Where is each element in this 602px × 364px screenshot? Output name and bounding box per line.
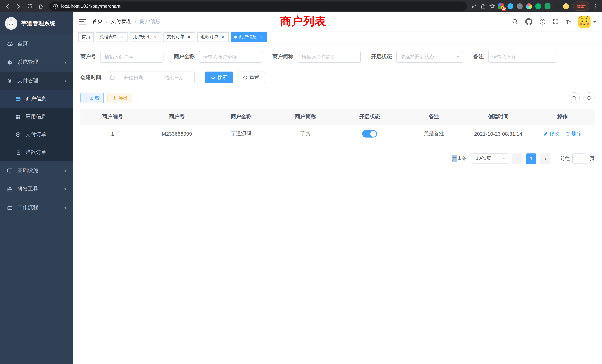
browser-reload-button[interactable]: [24, 1, 35, 11]
sidebar-toggle-icon[interactable]: [79, 19, 86, 24]
merchant-no-input[interactable]: [105, 54, 159, 60]
reset-button[interactable]: 重置: [237, 72, 265, 83]
tab-refund-order[interactable]: 退款订单 ×: [197, 32, 229, 42]
browser-home-button[interactable]: [36, 1, 46, 11]
close-icon[interactable]: ×: [259, 34, 264, 40]
edit-link[interactable]: 修改: [544, 130, 559, 137]
extension-icon[interactable]: [507, 3, 513, 9]
merchant-name-input[interactable]: [203, 54, 258, 60]
export-button-label: 导出: [119, 95, 128, 101]
column-header: 备注: [402, 109, 466, 125]
share-icon[interactable]: [480, 3, 486, 9]
page-size-select[interactable]: 10条/页 ▾: [473, 153, 508, 164]
tab-merchant-info[interactable]: 商户信息 ×: [231, 32, 267, 42]
merchant-short-name-input[interactable]: [302, 54, 357, 60]
tab-process-form[interactable]: 流程表单 ×: [96, 32, 128, 42]
close-icon[interactable]: ×: [119, 34, 124, 40]
browser-update-button[interactable]: 更新: [573, 1, 589, 11]
next-page-button[interactable]: ›: [540, 153, 550, 164]
extension-icon[interactable]: [554, 3, 560, 9]
sidebar-item-label: 应用信息: [26, 113, 46, 120]
sidebar-item-dev-tools[interactable]: 研发工具 ▾: [0, 180, 73, 198]
search-icon[interactable]: [512, 18, 518, 25]
table-toolbar: + 新增 导出: [80, 92, 595, 103]
close-icon[interactable]: ×: [153, 34, 158, 40]
sidebar-item-app-info[interactable]: 应用信息: [0, 108, 73, 126]
filter-create-time: 创建时间 -: [80, 72, 195, 83]
select-placeholder: 请选择开启状态: [400, 53, 434, 60]
close-icon[interactable]: ×: [186, 34, 192, 40]
tab-home[interactable]: 首页: [78, 32, 94, 42]
remark-input[interactable]: [492, 54, 553, 60]
end-date-input[interactable]: [158, 75, 191, 80]
extension-icon[interactable]: [535, 3, 541, 9]
breadcrumb-home[interactable]: 首页: [92, 18, 103, 25]
filter-label: 商户号: [80, 53, 96, 60]
search-button[interactable]: 搜索: [205, 72, 233, 83]
close-icon[interactable]: ×: [220, 34, 225, 40]
extension-icon[interactable]: [517, 3, 523, 9]
sidebar-item-merchant-info[interactable]: 商户信息: [0, 90, 73, 108]
calendar-icon: [110, 75, 115, 80]
refresh-button[interactable]: [583, 92, 595, 103]
export-button[interactable]: 导出: [108, 93, 132, 103]
help-icon[interactable]: ?: [539, 18, 546, 25]
start-date-input[interactable]: [117, 75, 150, 80]
create-time-range-picker[interactable]: -: [106, 72, 195, 83]
prev-page-button[interactable]: ‹: [512, 153, 522, 164]
github-icon[interactable]: [525, 18, 532, 25]
filter-status: 开启状态 请选择开启状态 ▾: [371, 51, 463, 63]
cell-short-name: 芋艿: [273, 125, 337, 143]
browser-back-button[interactable]: [2, 1, 13, 11]
user-avatar-menu[interactable]: [578, 15, 596, 28]
sidebar-item-infrastructure[interactable]: 基础设施 ▾: [0, 161, 73, 180]
filter-label: 商户简称: [272, 53, 293, 60]
merchant-table: 商户编号 商户号 商户全称 商户简称 开启状态 备注 创建时间 操作 1 M23…: [80, 109, 595, 143]
sidebar-item-workflow[interactable]: 工作流程 ▾: [0, 198, 73, 217]
filter-row-1: 商户号 商户全称 商户简称 开启状态 请选择开启状态 ▾: [80, 51, 595, 63]
extension-icon[interactable]: [545, 3, 550, 9]
status-toggle[interactable]: [362, 130, 377, 138]
page-1-button[interactable]: 1: [526, 153, 536, 164]
cell-actions: 修改 删除: [530, 125, 595, 143]
sidebar-item-system[interactable]: 系统管理 ▾: [0, 53, 73, 72]
site-info-icon[interactable]: [53, 3, 58, 9]
browser-menu-icon[interactable]: [593, 4, 598, 9]
filter-merchant-short-name: 商户简称: [272, 51, 361, 63]
page-content: 商户号 商户全称 商户简称 开启状态 请选择开启状态 ▾: [73, 43, 602, 164]
font-size-icon[interactable]: TT: [566, 19, 571, 24]
chevron-up-icon: ▴: [64, 78, 66, 83]
date-range-separator: -: [152, 75, 155, 80]
tabs-bar: 首页 流程表单 × 用户分组 × 支付订单 × 退款订单 × 商户信息 ×: [73, 31, 602, 43]
monitor-icon: [7, 168, 13, 173]
total-count: 1: [458, 155, 461, 162]
sidebar-item-payment[interactable]: ¥ 支付管理 ▴: [0, 72, 73, 90]
sidebar-item-refund-order[interactable]: 退款订单: [0, 143, 73, 161]
cell-merchant-id: 1: [80, 125, 145, 143]
tab-pay-order[interactable]: 支付订单 ×: [163, 32, 195, 42]
filter-merchant-no: 商户号: [80, 51, 163, 63]
page-annotation: 商户列表: [280, 14, 326, 29]
password-key-icon[interactable]: [472, 3, 477, 9]
navbar-actions: ? TT: [512, 15, 596, 28]
column-header: 操作: [530, 109, 595, 125]
sidebar-item-home[interactable]: 首页: [0, 34, 73, 53]
status-select[interactable]: 请选择开启状态 ▾: [396, 51, 463, 63]
delete-link[interactable]: 删除: [566, 130, 581, 137]
filter-label: 创建时间: [80, 74, 101, 81]
browser-forward-button[interactable]: [13, 1, 24, 11]
bookmark-star-icon[interactable]: [489, 3, 495, 9]
tab-user-group[interactable]: 用户分组 ×: [130, 32, 161, 42]
add-button[interactable]: + 新增: [80, 93, 104, 103]
goto-page-input[interactable]: [572, 153, 587, 164]
fullscreen-icon[interactable]: [552, 19, 559, 24]
toggle-search-button[interactable]: [569, 92, 580, 103]
extension-icon[interactable]: [526, 3, 532, 9]
sidebar-item-pay-order[interactable]: 支付订单: [0, 126, 73, 143]
app-logo[interactable]: 芋道管理系统: [0, 12, 73, 34]
extensions-icon[interactable]: 10: [498, 3, 504, 9]
profile-avatar-icon[interactable]: [563, 3, 569, 9]
address-bar[interactable]: localhost:1024/pay/merchant: [49, 1, 467, 11]
breadcrumb-payment[interactable]: 支付管理: [111, 18, 132, 25]
chevron-down-icon: ▾: [64, 205, 66, 210]
